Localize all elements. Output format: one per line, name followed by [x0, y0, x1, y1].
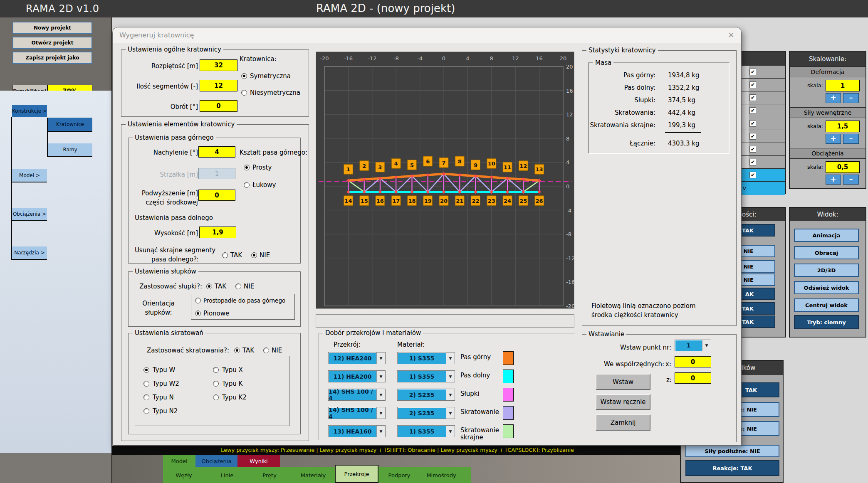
scale-value-field[interactable]: 1,5	[826, 121, 860, 132]
svg-text:4: 4	[394, 160, 398, 167]
layer-dropdown-row[interactable]: v	[739, 182, 785, 195]
radio-symmetric[interactable]	[241, 73, 247, 79]
radio-bracing-no[interactable]	[263, 347, 269, 353]
checkbox-icon[interactable]: ✔	[749, 81, 756, 88]
tab-mimośrody[interactable]: Mimośrody	[423, 467, 460, 483]
radio-posts-perpendicular[interactable]	[195, 298, 201, 303]
member-color-swatch	[503, 424, 514, 438]
checkbox-icon[interactable]: ✔	[749, 120, 756, 127]
radio-straight[interactable]	[244, 165, 250, 170]
section-dropdown-1[interactable]: 11) HEA200▼	[328, 370, 386, 382]
radio-posts-no[interactable]	[235, 283, 241, 289]
view-button-2d-3d[interactable]: 2D/3D	[794, 264, 859, 277]
sidebar-item-kratownice[interactable]: Kratownice	[48, 118, 92, 131]
material-dropdown-2[interactable]: 2) S235▼	[397, 389, 455, 401]
tab-pręty[interactable]: Pręty	[251, 467, 288, 483]
scale-value-field[interactable]: 1	[826, 80, 860, 91]
scale-plus-button[interactable]: +	[826, 175, 841, 185]
stat-label: Skratowania skrajne:	[589, 121, 655, 129]
section-dropdown-0[interactable]: 12) HEA240▼	[328, 352, 386, 364]
insert-button[interactable]: Wstaw	[596, 374, 650, 390]
checkbox-icon[interactable]: ✔	[749, 133, 756, 140]
radio-posts-yes[interactable]	[206, 283, 212, 289]
scale-minus-button[interactable]: –	[843, 134, 859, 144]
scale-minus-button[interactable]: –	[843, 175, 859, 185]
use-posts-label: Zastosować słupki?:	[129, 283, 202, 290]
segments-input[interactable]: 12	[200, 80, 237, 91]
view-button-animacja[interactable]: Animacja	[794, 229, 859, 242]
project-button-0[interactable]: Nowy projekt	[12, 22, 92, 34]
tab-wyniki[interactable]: Wyniki	[237, 455, 280, 467]
radio-asymmetric[interactable]	[241, 90, 247, 96]
project-button-2[interactable]: Zapisz projekt jako	[12, 52, 92, 64]
section-dropdown-4[interactable]: 13) HEA160▼	[328, 425, 386, 437]
section-value: 11) HEA200	[329, 371, 376, 382]
raise-input[interactable]: 0	[198, 190, 235, 201]
tab-węzły[interactable]: Węzły	[165, 467, 203, 483]
slope-input[interactable]: 4	[198, 146, 235, 158]
scale-plus-button[interactable]: +	[826, 134, 841, 144]
height-input[interactable]: 1,9	[199, 227, 236, 238]
material-dropdown-4[interactable]: 1) S355▼	[397, 425, 455, 437]
radio-arc[interactable]	[244, 182, 250, 188]
radio-bracing-type-typu-k2[interactable]	[213, 394, 219, 400]
tab-model[interactable]: Model	[163, 455, 195, 467]
tab-obciążenia[interactable]: Obciążenia	[195, 455, 237, 467]
radio-bracing-yes[interactable]	[234, 347, 240, 353]
insert-point-dropdown[interactable]: 1 ▼	[675, 340, 711, 351]
radio-bracing-type-typu-w2[interactable]	[143, 381, 149, 387]
checkbox-icon[interactable]: ✔	[749, 146, 756, 153]
checkbox-icon[interactable]: ✔	[749, 172, 756, 178]
material-value: 1) S355	[398, 352, 446, 364]
close-dialog-button[interactable]: Zamknij	[596, 414, 650, 431]
close-icon[interactable]: ✕	[728, 30, 734, 39]
sidebar-item-model[interactable]: Model >	[12, 169, 47, 182]
view-button-centruj-widok[interactable]: Centruj widok	[794, 298, 859, 312]
scale-minus-button[interactable]: –	[843, 93, 859, 103]
tab-podpory[interactable]: Podpory	[381, 467, 418, 483]
result-toggle-3[interactable]: Siły podłużne: NIE	[685, 445, 779, 457]
sidebar-item-ramy[interactable]: Ramy	[48, 143, 92, 156]
radio-remove-no-label: NIE	[260, 251, 270, 259]
rotation-input[interactable]: 0	[200, 100, 237, 112]
radio-bracing-type-typu-n2[interactable]	[143, 408, 149, 414]
section-dropdown-3[interactable]: 14) SHS 100 / 4▼	[328, 407, 386, 419]
scale-plus-button[interactable]: +	[826, 93, 841, 103]
project-button-1[interactable]: Otwórz projekt	[12, 37, 92, 49]
checkbox-icon[interactable]: ✔	[749, 94, 756, 101]
span-input[interactable]: 32	[200, 59, 237, 71]
sidebar-item-obciazenia[interactable]: Obciążenia >	[12, 208, 47, 220]
cg-note-line-1: Fioletową linią oznaczono poziom	[591, 302, 696, 310]
z-coord-input[interactable]: 0	[675, 372, 711, 384]
svg-text:4: 4	[466, 55, 469, 62]
view-button-obracaj[interactable]: Obracaj	[794, 246, 859, 259]
dark-mode-button[interactable]: Tryb: ciemny	[794, 315, 859, 329]
sidebar-item-konstrukcje[interactable]: Konstrukcje >	[12, 105, 47, 117]
radio-posts-vertical[interactable]	[195, 310, 201, 316]
insert-manual-button[interactable]: Wstaw ręcznie	[596, 394, 650, 410]
checkbox-icon[interactable]: ✔	[749, 107, 756, 114]
checkbox-icon[interactable]: ✔	[749, 159, 756, 165]
material-dropdown-0[interactable]: 1) S355▼	[397, 352, 455, 364]
material-dropdown-3[interactable]: 2) S235▼	[397, 407, 455, 419]
tab-materiały[interactable]: Materiały	[294, 467, 332, 483]
radio-remove-no[interactable]	[251, 252, 257, 258]
section-dropdown-2[interactable]: 14) SHS 100 / 4▼	[328, 389, 386, 401]
shape-label: Kształt pasa górnego:	[240, 149, 307, 156]
section-value: 14) SHS 100 / 4	[329, 389, 376, 400]
tab-linie[interactable]: Linie	[208, 467, 246, 483]
chevron-down-icon: ▼	[446, 407, 455, 419]
radio-bracing-type-typu-k[interactable]	[213, 381, 219, 387]
checkbox-icon[interactable]: ✔	[749, 69, 756, 75]
x-coord-input[interactable]: 0	[675, 356, 711, 367]
radio-remove-yes[interactable]	[222, 252, 228, 258]
result-toggle-4[interactable]: Reakcje: TAK	[685, 460, 779, 476]
radio-bracing-type-typu-x[interactable]	[213, 367, 219, 373]
sidebar-item-narzedzia[interactable]: Narzędzia >	[12, 246, 47, 259]
radio-bracing-type-typu-w[interactable]	[143, 367, 149, 373]
material-dropdown-1[interactable]: 1) S355▼	[397, 370, 455, 382]
scale-value-field[interactable]: 0,5	[826, 161, 860, 173]
view-button-od-wie-widok[interactable]: Odśwież widok	[794, 281, 859, 294]
tab-przekroje[interactable]: Przekroje	[335, 465, 378, 483]
radio-bracing-type-typu-n[interactable]	[143, 394, 149, 400]
